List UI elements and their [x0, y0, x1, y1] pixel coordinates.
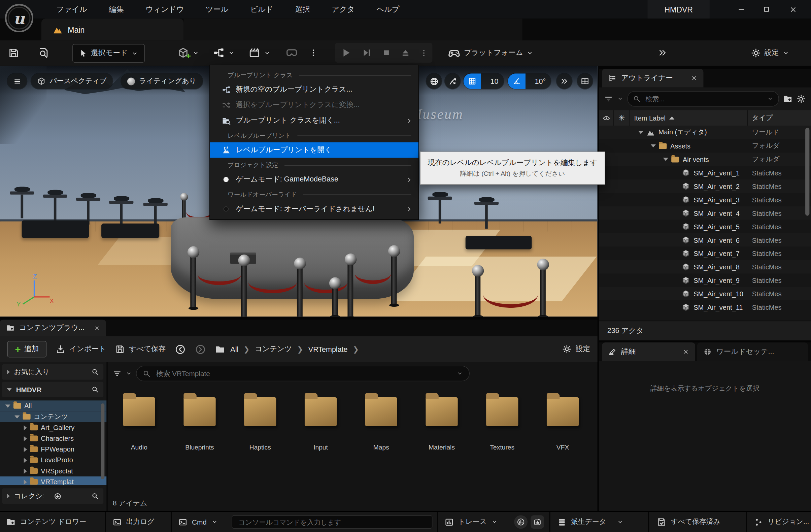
expander-icon[interactable] — [651, 145, 656, 148]
angle-snap-toggle[interactable]: 10° — [508, 73, 551, 89]
menu-item-open-blueprint-class[interactable]: ブループリント クラスを開く... — [210, 113, 418, 128]
eject-button[interactable] — [401, 48, 410, 58]
tab-world-settings[interactable]: ワールドセッテ... — [697, 343, 808, 361]
view-mode-dropdown[interactable]: ライティングあり — [121, 73, 203, 89]
expander-icon[interactable] — [7, 369, 10, 375]
outliner-row-mesh[interactable]: SM_Air_vent_11StaticMes — [599, 301, 811, 314]
console-input[interactable] — [238, 518, 427, 526]
forward-icon[interactable] — [195, 344, 206, 354]
folder-tile-blueprints[interactable]: Blueprints — [171, 389, 228, 456]
grid-snap-icon[interactable] — [463, 73, 481, 89]
outliner-row-folder[interactable]: Assetsフォルダ — [599, 139, 811, 153]
tree-item-levelproto[interactable]: LevelProto — [0, 455, 106, 465]
revision-control-button[interactable]: リビジョン... — [754, 512, 809, 532]
expander-icon[interactable] — [638, 131, 643, 134]
tree-item-fpweapon[interactable]: FPWeapon — [0, 444, 106, 455]
toolbar-overflow-button[interactable] — [309, 44, 318, 62]
expander-icon[interactable] — [7, 388, 12, 391]
save-all-button[interactable]: すべて保存 — [116, 345, 166, 354]
outliner-row-main[interactable]: Main (エディタ)ワールド — [599, 126, 811, 139]
tab-details[interactable]: 詳細 — [602, 343, 695, 361]
menu-item-new-blueprint-class[interactable]: 新規の空のブループリントクラス... — [210, 82, 418, 97]
menu-edit[interactable]: 編集 — [98, 0, 135, 18]
menu-actor[interactable]: アクタ — [321, 0, 366, 18]
tree-item-art-gallery[interactable]: Art_Gallery — [0, 422, 106, 433]
menu-build[interactable]: ビルド — [239, 0, 284, 18]
close-icon[interactable] — [683, 349, 689, 354]
skip-button[interactable] — [361, 47, 372, 58]
folder-tile-maps[interactable]: Maps — [353, 389, 410, 456]
tree-item-content[interactable]: コンテンツ — [0, 411, 106, 422]
expander-icon[interactable] — [24, 425, 27, 430]
search-icon[interactable] — [92, 386, 99, 393]
collections-section[interactable]: コレクシ: — [2, 488, 103, 504]
chevron-down-icon[interactable] — [457, 370, 463, 377]
viewport-options-button[interactable] — [7, 73, 27, 89]
tree-item-vrtemplate[interactable]: VRTemplat — [0, 476, 106, 485]
filter-icon[interactable] — [604, 94, 613, 103]
menu-tools[interactable]: ツール — [195, 0, 239, 18]
pinned-column-header[interactable]: ✳ — [614, 110, 630, 126]
maximize-button[interactable] — [757, 2, 776, 16]
outliner-row-mesh[interactable]: SM_Air_vent_10StaticMes — [599, 287, 811, 301]
outliner-settings-gear-icon[interactable] — [797, 94, 806, 104]
outliner-scrollbar[interactable] — [805, 127, 809, 215]
breadcrumb-content[interactable]: コンテンツ — [255, 345, 292, 354]
content-drawer-button[interactable]: コンテンツ ドロワー — [6, 512, 86, 532]
snap-move-button[interactable] — [445, 73, 460, 89]
tree-item-characters[interactable]: Characters — [0, 433, 106, 444]
back-icon[interactable] — [175, 344, 186, 354]
menu-window[interactable]: ウィンドウ — [135, 0, 195, 18]
expander-icon[interactable] — [24, 458, 27, 462]
expander-icon[interactable] — [24, 436, 27, 441]
close-button[interactable] — [784, 2, 802, 16]
output-log-button[interactable]: 出力ログ — [113, 512, 154, 532]
tree-item-all[interactable]: All — [0, 400, 106, 411]
outliner-search-input[interactable] — [644, 94, 763, 103]
play-options-button[interactable] — [420, 49, 428, 57]
tree-item-vrspectator[interactable]: VRSpectat — [0, 466, 106, 476]
breadcrumb-vrtemplate[interactable]: VRTemplate — [308, 345, 348, 353]
favorites-section[interactable]: お気に入り — [2, 364, 103, 380]
perspective-dropdown[interactable]: パースペクティブ — [31, 73, 113, 89]
angle-snap-icon[interactable] — [508, 73, 525, 89]
chevron-down-icon[interactable] — [767, 96, 773, 102]
grid-snap-value[interactable]: 10 — [485, 77, 504, 86]
menu-item-convert-selection[interactable]: 選択をブループリントクラスに変換... — [210, 97, 418, 113]
trace-snapshot-button[interactable] — [531, 512, 544, 532]
derived-data-dropdown[interactable]: 派生データ — [557, 512, 623, 532]
outliner-row-mesh[interactable]: SM_Air_vent_8StaticMes — [599, 260, 811, 274]
search-icon[interactable] — [92, 368, 99, 376]
chevron-down-icon[interactable] — [126, 370, 132, 377]
tab-content-browser[interactable]: コンテンツブラウ... — [0, 320, 106, 336]
folder-tile-haptics[interactable]: Haptics — [232, 389, 289, 456]
quad-view-button[interactable] — [577, 73, 593, 89]
menu-file[interactable]: ファイル — [45, 0, 98, 18]
add-actor-button[interactable]: + — [178, 44, 199, 62]
outliner-row-folder[interactable]: Air ventsフォルダ — [599, 153, 811, 166]
filter-icon[interactable] — [113, 369, 122, 378]
trace-dropdown[interactable]: トレース — [445, 512, 498, 532]
project-section[interactable]: HMDVR — [2, 382, 103, 397]
breadcrumb-root[interactable]: All — [230, 345, 238, 353]
outliner-row-mesh[interactable]: SM_Air_vent_2StaticMes — [599, 180, 811, 193]
add-content-button[interactable]: + 追加 — [7, 341, 47, 357]
add-collection-icon[interactable] — [54, 492, 62, 500]
outliner-row-mesh[interactable]: SM_Air_vent_6StaticMes — [599, 233, 811, 247]
tree-scrollbar[interactable] — [101, 404, 105, 479]
menu-item-gamemode-override[interactable]: ゲームモード: オーバーライドされません! — [210, 201, 418, 217]
cmd-dropdown[interactable]: Cmd — [179, 512, 217, 532]
browse-content-button[interactable] — [39, 44, 49, 62]
type-column-header[interactable]: タイプ — [748, 110, 811, 126]
content-search-input[interactable] — [155, 369, 452, 378]
new-folder-icon[interactable] — [783, 94, 793, 104]
play-button[interactable] — [340, 47, 351, 59]
settings-dropdown[interactable]: 設定 — [751, 44, 790, 62]
folder-tile-vfx[interactable]: VFX — [534, 389, 591, 456]
grid-snap-toggle[interactable]: 10 — [463, 73, 504, 89]
outliner-search[interactable] — [628, 91, 779, 106]
close-icon[interactable] — [94, 325, 100, 331]
outliner-row-mesh[interactable]: SM_Air_vent_4StaticMes — [599, 207, 811, 220]
menu-item-gamemode[interactable]: ゲームモード: GameModeBase — [210, 172, 418, 187]
close-icon[interactable] — [691, 75, 697, 81]
